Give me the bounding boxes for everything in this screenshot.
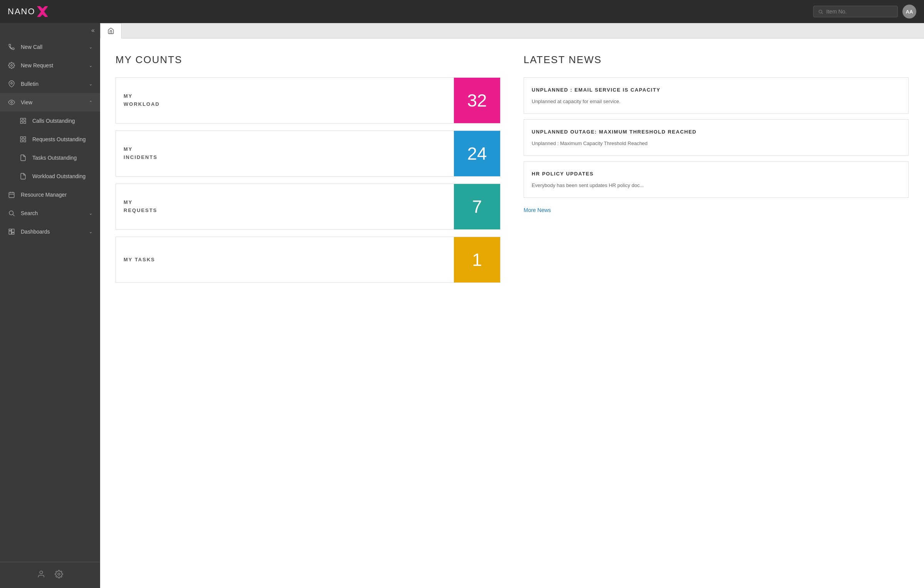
sidebar-item-requests-outstanding[interactable]: Requests Outstanding [0, 130, 100, 149]
search-icon [818, 9, 823, 15]
user-icon[interactable] [37, 570, 45, 580]
sidebar-label-view: View [21, 99, 32, 105]
svg-rect-11 [20, 137, 22, 139]
svg-point-26 [58, 573, 60, 575]
svg-rect-24 [12, 233, 14, 234]
count-card-tasks[interactable]: MY TASKS 1 [116, 237, 500, 283]
news-body-1: Unplanned at capacity for email service. [532, 98, 901, 105]
sidebar-footer [0, 562, 100, 588]
logo: NANO [8, 6, 48, 17]
svg-point-4 [11, 65, 13, 67]
sidebar-item-dashboards[interactable]: Dashboards ⌄ [0, 222, 100, 241]
search-bar[interactable] [813, 6, 898, 17]
count-value-requests: 7 [454, 184, 500, 229]
svg-rect-23 [9, 231, 11, 234]
sidebar-item-view[interactable]: View ⌃ [0, 93, 100, 112]
sidebar-item-new-request[interactable]: New Request ⌄ [0, 56, 100, 75]
chevron-bulletin: ⌄ [89, 82, 92, 87]
sidebar-item-bulletin[interactable]: Bulletin ⌄ [0, 75, 100, 93]
dashboard-icon [8, 228, 15, 236]
chevron-view: ⌃ [89, 100, 92, 105]
svg-rect-15 [9, 192, 14, 198]
search-input[interactable] [826, 8, 893, 15]
news-card-1[interactable]: UNPLANNED : EMAIL SERVICE IS CAPACITY Un… [524, 77, 909, 114]
svg-line-3 [822, 13, 823, 14]
avatar[interactable]: AA [902, 5, 916, 18]
my-counts-title: MY COUNTS [116, 54, 500, 66]
sidebar-label-workload-outstanding: Workload Outstanding [32, 173, 85, 179]
count-label-requests: MYREQUESTS [116, 184, 454, 229]
svg-rect-14 [24, 140, 26, 142]
sidebar-label-resource-manager: Resource Manager [21, 192, 67, 198]
count-value-tasks: 1 [454, 237, 500, 282]
sidebar-label-bulletin: Bulletin [21, 81, 38, 87]
sidebar-item-calls-outstanding[interactable]: Calls Outstanding [0, 112, 100, 130]
document2-icon [19, 172, 27, 180]
search-sidebar-icon [8, 209, 15, 217]
news-body-2: Unplanned : Maximum Capacity Threshold R… [532, 140, 901, 147]
news-title-1: UNPLANNED : EMAIL SERVICE IS CAPACITY [532, 86, 901, 94]
sidebar-item-workload-outstanding[interactable]: Workload Outstanding [0, 167, 100, 185]
top-header: NANO AA [0, 0, 924, 23]
pin-icon [8, 80, 15, 88]
count-card-workload[interactable]: MYWORKLOAD 32 [116, 77, 500, 124]
count-label-tasks: MY TASKS [116, 237, 454, 282]
svg-rect-9 [20, 122, 22, 124]
sidebar-label-calls-outstanding: Calls Outstanding [32, 118, 75, 124]
latest-news-title: LATEST NEWS [524, 54, 909, 66]
chevron-search: ⌄ [89, 211, 92, 216]
svg-rect-10 [24, 122, 26, 124]
chevron-new-request: ⌄ [89, 63, 92, 68]
phone-icon [8, 43, 15, 51]
sidebar-item-resource-manager[interactable]: Resource Manager [0, 185, 100, 204]
svg-point-6 [11, 102, 13, 104]
svg-rect-21 [9, 229, 11, 231]
latest-news-section: LATEST NEWS UNPLANNED : EMAIL SERVICE IS… [524, 54, 909, 573]
news-card-2[interactable]: UNPLANNED OUTAGE: MAXIMUM THRESHOLD REAC… [524, 119, 909, 156]
svg-marker-1 [37, 6, 47, 17]
svg-point-19 [9, 211, 13, 215]
gear-icon[interactable] [55, 570, 63, 580]
app-body: « New Call ⌄ New Request ⌄ [0, 23, 924, 588]
settings-icon [8, 62, 15, 69]
eye-icon [8, 99, 15, 106]
my-counts-section: MY COUNTS MYWORKLOAD 32 MYINCIDENTS 24 M… [116, 54, 500, 573]
logo-text: NANO [8, 7, 35, 17]
count-label-incidents: MYINCIDENTS [116, 131, 454, 176]
chevron-new-call: ⌄ [89, 45, 92, 50]
count-card-requests[interactable]: MYREQUESTS 7 [116, 184, 500, 230]
grid-icon [19, 117, 27, 125]
svg-rect-7 [20, 118, 22, 120]
svg-rect-22 [12, 229, 14, 232]
svg-rect-8 [24, 118, 26, 120]
sidebar-item-search[interactable]: Search ⌄ [0, 204, 100, 222]
chevron-dashboards: ⌄ [89, 229, 92, 234]
sidebar-item-tasks-outstanding[interactable]: Tasks Outstanding [0, 149, 100, 167]
grid2-icon [19, 135, 27, 143]
news-title-2: UNPLANNED OUTAGE: MAXIMUM THRESHOLD REAC… [532, 128, 901, 136]
tab-home[interactable] [100, 23, 122, 38]
svg-line-20 [13, 214, 14, 216]
svg-point-25 [40, 571, 42, 574]
sidebar: « New Call ⌄ New Request ⌄ [0, 23, 100, 588]
count-label-workload: MYWORKLOAD [116, 78, 454, 123]
sidebar-label-new-request: New Request [21, 62, 53, 68]
main-content: MY COUNTS MYWORKLOAD 32 MYINCIDENTS 24 M… [100, 23, 924, 588]
news-card-3[interactable]: HR POLICY UPDATES Everybody has been sen… [524, 161, 909, 198]
sidebar-label-requests-outstanding: Requests Outstanding [32, 136, 86, 142]
sidebar-item-new-call[interactable]: New Call ⌄ [0, 38, 100, 56]
sidebar-collapse[interactable]: « [0, 23, 100, 38]
news-title-3: HR POLICY UPDATES [532, 170, 901, 178]
count-value-incidents: 24 [454, 131, 500, 176]
sidebar-label-new-call: New Call [21, 44, 42, 50]
sidebar-label-tasks-outstanding: Tasks Outstanding [32, 155, 77, 161]
collapse-button[interactable]: « [91, 27, 95, 34]
document-icon [19, 154, 27, 162]
more-news-link[interactable]: More News [524, 207, 551, 213]
news-body-3: Everybody has been sent updates HR polic… [532, 182, 901, 189]
count-card-incidents[interactable]: MYINCIDENTS 24 [116, 130, 500, 177]
tab-bar [100, 23, 924, 38]
logo-x-icon [37, 6, 48, 17]
svg-point-2 [819, 10, 822, 13]
home-icon [107, 27, 114, 34]
